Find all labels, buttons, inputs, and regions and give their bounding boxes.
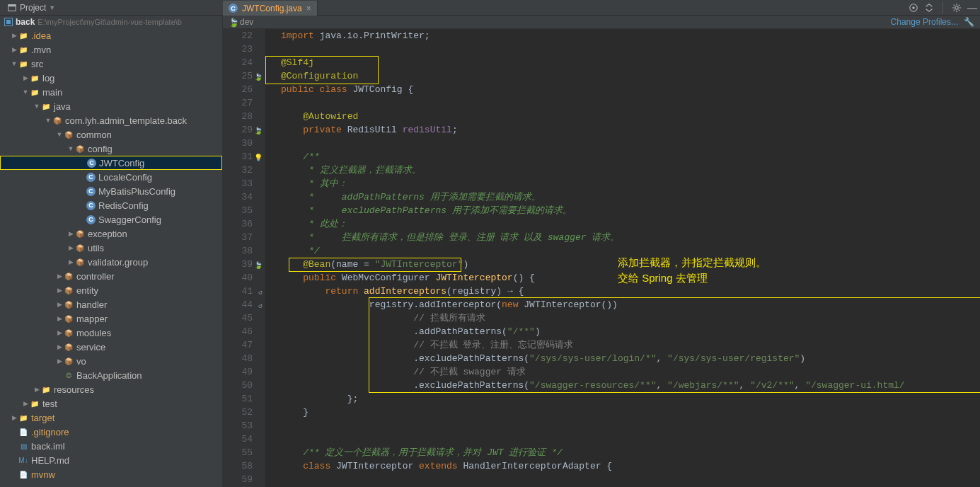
tree-item[interactable]: ▶📁log: [0, 71, 222, 85]
tree-item[interactable]: ▼📦com.lyh.admin_template.back: [0, 113, 222, 127]
code-line[interactable]: registry.addInterceptor(new JWTIntercept…: [281, 298, 980, 311]
code-line[interactable]: };: [281, 392, 980, 406]
tree-item[interactable]: ▶CMyBatisPlusConfig: [0, 184, 222, 198]
gutter-line[interactable]: 39🍃: [223, 258, 253, 271]
code-line[interactable]: [281, 432, 980, 446]
gutter-line[interactable]: 26: [223, 83, 253, 96]
gutter-line[interactable]: 55: [223, 446, 253, 459]
tree-item[interactable]: ▶📄.gitignore: [0, 425, 222, 439]
gutter-line[interactable]: 30: [223, 137, 253, 150]
tree-item[interactable]: ▶📦utils: [0, 241, 222, 255]
gutter-line[interactable]: 44↺: [223, 298, 253, 311]
minimize-icon[interactable]: —: [967, 2, 977, 13]
code-line[interactable]: public WebMvcConfigurer JWTInterceptor()…: [281, 271, 980, 285]
gutter-line[interactable]: 52: [223, 406, 253, 419]
tree-item[interactable]: ▼📁src: [0, 57, 222, 71]
project-tree[interactable]: ▶📁.idea ▶📁.mvn ▼📁src ▶📁log ▼📁main ▼📁java…: [0, 28, 222, 481]
spring-bean-icon[interactable]: 🍃: [254, 259, 263, 268]
code-line[interactable]: * addPathPatterns 用于添加需要拦截的请求。: [281, 190, 980, 204]
code-line[interactable]: [281, 137, 980, 150]
tree-item[interactable]: ▶CRedisConfig: [0, 198, 222, 212]
tree-item-jwtconfig[interactable]: ▶CJWTConfig: [0, 156, 222, 170]
code-line[interactable]: public class JWTConfig {: [281, 83, 980, 96]
code-line[interactable]: .addPathPatterns("/**"): [281, 325, 980, 338]
gutter-line[interactable]: 34: [223, 190, 253, 204]
code-line[interactable]: .excludePathPatterns("/sys/sys-user/logi…: [281, 352, 980, 365]
wrench-icon[interactable]: 🔧: [964, 17, 974, 27]
gutter-line[interactable]: 31💡: [223, 150, 253, 164]
tree-item[interactable]: ▶📦exception: [0, 227, 222, 241]
code-line[interactable]: */: [281, 244, 980, 258]
code-editor[interactable]: 22232425🍃26272829🍃3031💡3233343536373839🍃…: [223, 29, 980, 487]
code-line[interactable]: .excludePathPatterns("/swagger-resources…: [281, 379, 980, 392]
gutter-line[interactable]: 46: [223, 325, 253, 338]
tree-item[interactable]: ▼📁java: [0, 99, 222, 113]
code-line[interactable]: }: [281, 406, 980, 419]
gutter-line[interactable]: 51: [223, 392, 253, 406]
gutter-line[interactable]: 37: [223, 231, 253, 244]
tree-item[interactable]: ▶📦controller: [0, 269, 222, 283]
gutter-line[interactable]: 25🍃: [223, 69, 253, 83]
spring-bean-icon[interactable]: 🍃: [254, 125, 263, 133]
code-line[interactable]: // 不拦截 swagger 请求: [281, 365, 980, 379]
tree-item[interactable]: ▶📁test: [0, 396, 222, 411]
code-line[interactable]: * 拦截所有请求，但是排除 登录、注册 请求 以及 swagger 请求。: [281, 231, 980, 244]
gutter-line[interactable]: 36: [223, 217, 253, 231]
spring-bean-icon[interactable]: 🍃: [254, 71, 263, 79]
code-line[interactable]: // 拦截所有请求: [281, 311, 980, 325]
tree-item[interactable]: ▶📦service: [0, 340, 222, 354]
gear-icon[interactable]: [952, 3, 962, 13]
gutter-line[interactable]: 22: [223, 29, 253, 42]
tree-item[interactable]: ▶📦vo: [0, 354, 222, 368]
tree-item[interactable]: ▶📁.idea: [0, 28, 222, 42]
tree-item[interactable]: ▶M↓HELP.md: [0, 453, 222, 467]
code-line[interactable]: [281, 419, 980, 432]
code-line[interactable]: private RedisUtil redisUtil;: [281, 123, 980, 137]
change-profiles-link[interactable]: Change Profiles...: [891, 17, 958, 27]
gutter-line[interactable]: 58: [223, 459, 253, 473]
code-line[interactable]: @Slf4j: [281, 56, 980, 69]
gutter-line[interactable]: 28: [223, 110, 253, 123]
code-line[interactable]: [281, 42, 980, 56]
code-line[interactable]: class JWTInterceptor extends HandlerInte…: [281, 459, 980, 473]
gutter-line[interactable]: 54: [223, 432, 253, 446]
lightbulb-icon[interactable]: 💡: [254, 151, 263, 160]
code-line[interactable]: * 其中：: [281, 177, 980, 190]
tree-item[interactable]: ▶📁target: [0, 411, 222, 425]
tree-item[interactable]: ▶📦entity: [0, 283, 222, 297]
tree-item[interactable]: ▶CLocaleConfig: [0, 170, 222, 184]
gutter-line[interactable]: 29🍃: [223, 123, 253, 137]
tree-item[interactable]: ▶📄mvnw: [0, 467, 222, 481]
code-line[interactable]: /**: [281, 150, 980, 164]
gutter-line[interactable]: 38: [223, 244, 253, 258]
gutter-line[interactable]: 32: [223, 164, 253, 177]
gutter-line[interactable]: 53: [223, 419, 253, 432]
tree-item[interactable]: ▼📦common: [0, 127, 222, 142]
gutter-line[interactable]: 33: [223, 177, 253, 190]
gutter-line[interactable]: 35: [223, 204, 253, 217]
project-dropdown[interactable]: Project ▼: [3, 1, 59, 14]
code-line[interactable]: [281, 473, 980, 486]
code-line[interactable]: [281, 96, 980, 110]
tree-item[interactable]: ▶📁resources: [0, 382, 222, 396]
tree-item[interactable]: ▶CSwaggerConfig: [0, 212, 222, 227]
recursive-icon[interactable]: ↺: [254, 299, 263, 308]
code-line[interactable]: // 不拦截 登录、注册、忘记密码请求: [281, 338, 980, 352]
code-line[interactable]: @Autowired: [281, 110, 980, 123]
gutter-line[interactable]: 59: [223, 473, 253, 486]
tree-item[interactable]: ▶📦modules: [0, 326, 222, 340]
close-icon[interactable]: ×: [306, 4, 311, 13]
gutter-line[interactable]: 50: [223, 379, 253, 392]
gutter-line[interactable]: 24: [223, 56, 253, 69]
code-line[interactable]: * excludePathPatterns 用于添加不需要拦截的请求。: [281, 204, 980, 217]
tree-item[interactable]: ▶▤back.iml: [0, 439, 222, 453]
tree-item[interactable]: ▶📦handler: [0, 297, 222, 311]
code-line[interactable]: import java.io.PrintWriter;: [281, 29, 980, 42]
gutter-line[interactable]: 49: [223, 365, 253, 379]
code-line[interactable]: @Bean(name = "JWTInterceptor"): [281, 258, 980, 271]
gutter-line[interactable]: 23: [223, 42, 253, 56]
tree-item[interactable]: ▶📦validator.group: [0, 255, 222, 269]
collapse-icon[interactable]: [924, 3, 934, 13]
editor-tab[interactable]: C JWTConfig.java ×: [223, 1, 318, 16]
gutter-line[interactable]: 48: [223, 352, 253, 365]
